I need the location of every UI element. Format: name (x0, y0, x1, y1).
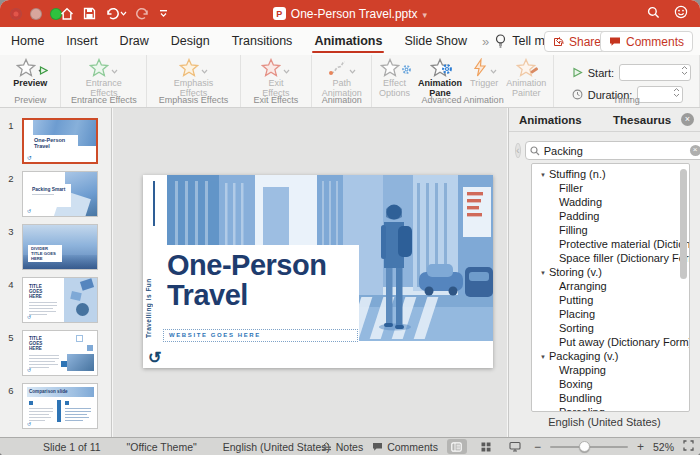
tab-overflow-chevrons-icon[interactable]: » (482, 34, 487, 49)
redo-button[interactable] (136, 7, 150, 20)
group-caption-preview: Preview (0, 95, 60, 105)
fit-window-icon (683, 440, 694, 451)
slide-side-text[interactable]: Travelling is Fun (145, 243, 152, 338)
toolbar-options-icon[interactable] (159, 9, 168, 18)
thesaurus-section-header[interactable]: ▼Stuffing (n.) (532, 167, 689, 181)
thesaurus-item[interactable]: Boxing (532, 377, 689, 391)
entrance-star-icon (89, 58, 109, 78)
tab-home[interactable]: Home (0, 27, 55, 55)
group-caption-timing: Timing (554, 95, 699, 105)
ribbon-toolbar: Preview Preview EntranceEffects Entrance… (0, 55, 700, 108)
language-status[interactable]: English (United States) (223, 441, 330, 453)
theme-name[interactable]: "Office Theme" (127, 441, 197, 453)
normal-view-icon (451, 442, 462, 452)
thesaurus-item[interactable]: Put away (Dictionary Form) (532, 335, 689, 349)
thumb-logo: ↺ (27, 314, 31, 320)
thesaurus-item[interactable]: Filler (532, 181, 689, 195)
search-icon[interactable] (647, 5, 660, 23)
title-chevron-icon[interactable]: ▾ (423, 10, 428, 20)
tab-insert[interactable]: Insert (55, 27, 108, 55)
thumb-title: TITLE GOES HERE (29, 336, 55, 351)
zoom-out-button[interactable]: − (534, 440, 541, 454)
task-pane: Animations Thesaurus × ‹ × ▼Stuffing (n.… (508, 108, 700, 437)
thesaurus-item[interactable]: Space filler (Dictionary Form) (532, 251, 689, 265)
save-icon[interactable] (83, 7, 96, 20)
thesaurus-item[interactable]: Protective material (Diction... (532, 237, 689, 251)
pane-tab-thesaurus[interactable]: Thesaurus (613, 114, 671, 126)
stepper-up-icon (673, 88, 680, 92)
thesaurus-section-header[interactable]: ▼Storing (v.) (532, 265, 689, 279)
group-caption-exit: Exit Effects (241, 95, 311, 105)
gear-icon (401, 64, 412, 75)
thesaurus-back-button[interactable]: ‹ (515, 143, 521, 158)
slide-editor[interactable]: Travelling is Fun One-Person Travel WEBS… (143, 175, 493, 368)
slide-sorter-view-button[interactable] (476, 439, 496, 454)
thesaurus-language-label[interactable]: English (United States) (509, 416, 700, 428)
tab-transitions[interactable]: Transitions (221, 27, 304, 55)
slide-number: 5 (0, 330, 22, 376)
start-dropdown[interactable] (619, 64, 691, 81)
feedback-smiley-icon[interactable] (674, 5, 688, 23)
stepper-down-icon (681, 71, 688, 75)
close-pane-icon[interactable]: × (681, 113, 694, 126)
slide-thumbnail-5[interactable]: TITLE GOES HERE ↺ (22, 330, 98, 376)
emphasis-star-icon (179, 58, 199, 78)
tab-design[interactable]: Design (160, 27, 221, 55)
slide-thumbnail-6[interactable]: Comparison slide (22, 383, 98, 429)
thumb-title: Packing Smart (32, 187, 71, 192)
zoom-percent[interactable]: 52% (653, 441, 674, 453)
clear-search-icon[interactable]: × (690, 145, 700, 156)
thesaurus-item[interactable]: Wrapping (532, 363, 689, 377)
chevron-down-icon (283, 69, 290, 74)
slide-title-box[interactable]: One-Person Travel (162, 245, 359, 342)
collapse-triangle-icon[interactable]: ▼ (540, 354, 546, 360)
slide-thumbnail-1[interactable]: One-Person Travel ↺ (22, 118, 98, 164)
tab-draw[interactable]: Draw (109, 27, 160, 55)
thesaurus-search-box[interactable]: × (525, 141, 700, 160)
tab-animations[interactable]: Animations (303, 27, 393, 55)
thumb-logo: ↺ (27, 154, 32, 161)
status-bar: Slide 1 of 11 "Office Theme" English (Un… (0, 437, 700, 455)
slideshow-view-button[interactable] (505, 439, 525, 454)
zoom-slider-thumb[interactable] (579, 441, 590, 452)
thesaurus-item[interactable]: Arranging (532, 279, 689, 293)
thesaurus-item[interactable]: Padding (532, 209, 689, 223)
undo-button[interactable] (105, 7, 127, 20)
slide-thumbnail-2[interactable]: Packing Smart ↺ (22, 171, 98, 217)
group-caption-animation: Animation (312, 95, 371, 105)
slide-number: 3 (0, 224, 22, 270)
group-timing: Start: Duration: (554, 55, 700, 107)
collapse-triangle-icon[interactable]: ▼ (540, 270, 546, 276)
slide-thumbnail-3[interactable]: DIVIDER TITLE GOES HERE (22, 224, 98, 270)
zoom-slider[interactable] (550, 441, 628, 452)
thesaurus-item[interactable]: Bundling (532, 391, 689, 405)
thesaurus-item[interactable]: Parceling (532, 405, 689, 412)
thumb-title: TITLE GOES HERE (29, 284, 55, 299)
home-icon[interactable] (60, 7, 74, 21)
notes-button[interactable]: Notes (321, 441, 363, 453)
tab-slide-show[interactable]: Slide Show (393, 27, 478, 55)
group-preview: Preview Preview (0, 55, 61, 107)
start-play-icon (572, 67, 583, 78)
zoom-in-button[interactable]: + (637, 440, 644, 454)
thesaurus-item[interactable]: Sorting (532, 321, 689, 335)
thesaurus-item[interactable]: Placing (532, 307, 689, 321)
comments-button[interactable]: Comments (600, 31, 693, 52)
slide-website-placeholder[interactable]: WEBSITE GOES HERE (163, 329, 358, 342)
thesaurus-search-input[interactable] (544, 145, 686, 157)
thesaurus-scrollbar[interactable] (680, 169, 687, 279)
collapse-triangle-icon[interactable]: ▼ (540, 172, 546, 178)
close-window-button[interactable] (10, 8, 22, 20)
comments-toggle-button[interactable]: Comments (372, 441, 438, 453)
thesaurus-item[interactable]: Putting (532, 293, 689, 307)
thumb-logo: ↺ (27, 367, 31, 373)
thesaurus-item[interactable]: Filling (532, 223, 689, 237)
thesaurus-section-header[interactable]: ▼Packaging (v.) (532, 349, 689, 363)
normal-view-button[interactable] (447, 439, 467, 454)
minimize-window-button[interactable] (30, 8, 42, 20)
fit-to-window-button[interactable] (683, 440, 694, 453)
slide-thumbnail-4[interactable]: TITLE GOES HERE ↺ (22, 277, 98, 323)
thesaurus-item[interactable]: Wadding (532, 195, 689, 209)
start-label: Start: (588, 67, 614, 79)
pane-tab-animations[interactable]: Animations (519, 114, 613, 126)
